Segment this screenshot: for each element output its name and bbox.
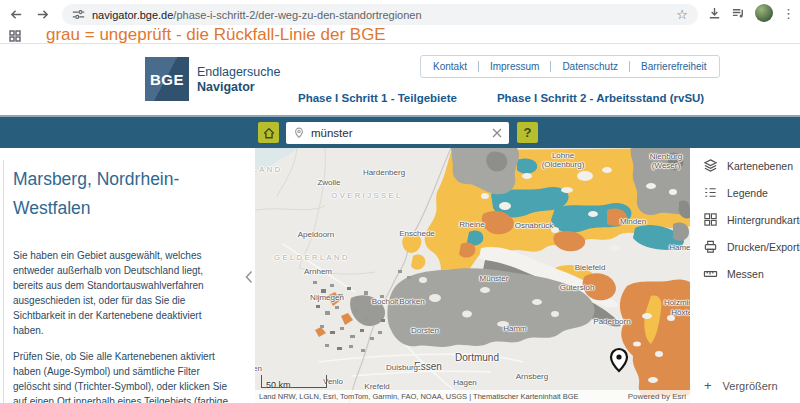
map-canvas[interactable]: FLEVOLANDOVERIJSSELGELDERLANDZwolleHarde… (255, 148, 690, 403)
tool-drucken-exportieren[interactable]: Drucken/Exportieren (690, 233, 800, 260)
home-button[interactable] (258, 122, 279, 143)
site-permissions-icon[interactable] (72, 8, 85, 21)
bge-logo[interactable]: BGE (145, 57, 189, 101)
location-pin-icon (293, 127, 305, 139)
tool-label: Hintergrundkarten (727, 214, 800, 226)
annotation-text: grau = ungeprüft - die Rückfall-Linie de… (46, 25, 386, 45)
attribution-bar: Land NRW, LGLN, Esri, TomTom, Garmin, FA… (255, 390, 690, 403)
map-pin-icon (609, 347, 629, 373)
kebab-menu-icon[interactable]: ⋮ (782, 7, 795, 20)
zoom-in-button[interactable]: + Vergrößern (704, 378, 778, 393)
tools-list: KartenebenenLegendeHintergrundkartenDruc… (690, 152, 800, 287)
logo-wordmark: Endlagersuche Navigator (197, 65, 280, 95)
attribution-text: Land NRW, LGLN, Esri, TomTom, Garmin, FA… (259, 392, 579, 401)
basemap-grid-icon (703, 212, 718, 227)
tool-label: Kartenebenen (727, 160, 793, 172)
meta-link-datenschutz[interactable]: Datenschutz (550, 61, 618, 72)
browser-chrome: navigator.bge.de/phase-i-schritt-2/der-w… (0, 0, 800, 44)
tool-hintergrundkarten[interactable]: Hintergrundkarten (690, 206, 800, 233)
media-list-icon[interactable] (731, 6, 746, 21)
meta-link-impressum[interactable]: Impressum (478, 61, 539, 72)
logo-line1: Endlagersuche (197, 65, 280, 80)
bookmark-star-icon[interactable]: ☆ (676, 8, 688, 21)
back-icon[interactable] (8, 6, 25, 23)
site-header: BGE Endlagersuche Navigator KontaktImpre… (0, 44, 800, 115)
tool-messen[interactable]: Messen (690, 260, 800, 287)
zoom-in-label: Vergrößern (723, 380, 778, 392)
logo-abbr: BGE (150, 71, 184, 88)
plus-icon: + (704, 378, 712, 393)
layers-icon (703, 158, 718, 173)
logo-line2: Navigator (197, 80, 280, 95)
legend-icon (703, 185, 718, 200)
tool-label: Drucken/Exportieren (727, 241, 800, 253)
forward-icon[interactable] (34, 6, 51, 23)
url-text: navigator.bge.de/phase-i-schritt-2/der-w… (92, 9, 422, 21)
search-box (286, 122, 509, 144)
help-button[interactable]: ? (517, 122, 538, 143)
panel-paragraph-1: Sie haben ein Gebiet ausgewählt, welches… (13, 248, 231, 338)
phase-link-1[interactable]: Phase I Schritt 1 - Teilgebiete (298, 92, 457, 104)
avatar[interactable] (755, 4, 773, 22)
panel-collapse-chevron-icon[interactable] (243, 264, 255, 290)
panel-paragraph-2: Prüfen Sie, ob Sie alle Kartenebenen akt… (13, 349, 231, 403)
tool-legende[interactable]: Legende (690, 179, 800, 206)
home-icon (262, 126, 276, 140)
print-icon (703, 239, 718, 254)
meta-link-kontakt[interactable]: Kontakt (433, 61, 467, 72)
apps-grid-icon[interactable] (9, 30, 21, 42)
phase-link-2[interactable]: Phase I Schritt 2 - Arbeitsstand (rvSU) (497, 92, 704, 104)
powered-by: Powered by Esri (628, 392, 686, 401)
search-band: ? (0, 115, 800, 148)
download-icon[interactable] (707, 6, 722, 21)
meta-nav: KontaktImpressumDatenschutzBarrierefreih… (420, 55, 720, 78)
info-panel: Marsberg, Nordrhein-Westfalen Sie haben … (0, 148, 255, 403)
url-bar[interactable]: navigator.bge.de/phase-i-schritt-2/der-w… (62, 4, 698, 25)
tool-label: Messen (727, 268, 764, 280)
meta-link-barrierefreiheit[interactable]: Barrierefreiheit (629, 61, 707, 72)
clear-icon[interactable] (492, 128, 502, 138)
phase-nav: Phase I Schritt 1 - TeilgebietePhase I S… (298, 92, 704, 104)
tool-label: Legende (727, 187, 768, 199)
scale-label: 50 km (262, 380, 291, 390)
panel-title: Marsberg, Nordrhein-Westfalen (13, 165, 231, 224)
search-input[interactable] (311, 127, 492, 139)
tools-sidebar: KartenebenenLegendeHintergrundkartenDruc… (690, 148, 800, 403)
tool-kartenebenen[interactable]: Kartenebenen (690, 152, 800, 179)
measure-icon (703, 266, 718, 281)
scale-bar: 50 km (261, 375, 327, 388)
